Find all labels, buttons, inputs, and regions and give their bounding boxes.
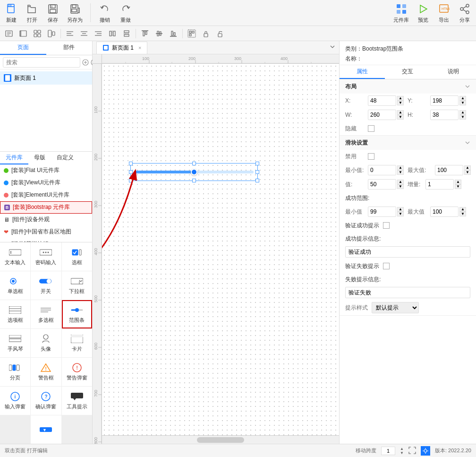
value-up[interactable]: ▲ (397, 180, 404, 184)
handle-br[interactable] (255, 179, 259, 182)
lib-view[interactable]: [套装]ViewUI元件库 (0, 177, 92, 189)
fmt-btn-1[interactable] (3, 28, 15, 39)
share-button[interactable]: 分享 (458, 2, 471, 24)
step-down[interactable]: ▼ (455, 184, 461, 189)
comp-alert[interactable]: ! 警告框 (31, 358, 61, 386)
step-input[interactable] (425, 179, 454, 190)
comp-multicheck[interactable]: 多选框 (31, 300, 61, 328)
handle-tl[interactable] (129, 162, 133, 165)
max-down[interactable]: ▼ (464, 170, 471, 175)
canvas-tab-dropdown[interactable] (330, 44, 335, 51)
search-input[interactable] (3, 57, 80, 68)
lib-device[interactable]: 🖥 [组件]设备外观 (0, 214, 92, 226)
lib-flat[interactable]: [套装]Flat UI元件库 (0, 164, 92, 177)
add-page-button[interactable] (82, 58, 89, 67)
scrollbar-horizontal[interactable] (102, 435, 339, 444)
comp-tooltip[interactable]: 工具提示 (62, 387, 92, 415)
canvas-tab-page[interactable]: 新页面 1 × (96, 42, 147, 54)
max-input[interactable] (435, 165, 463, 175)
x-up[interactable]: ▲ (397, 96, 404, 101)
hidden-checkbox[interactable] (368, 125, 374, 132)
redo-button[interactable]: 重做 (119, 2, 132, 24)
tab-page[interactable]: 页面 (0, 41, 46, 55)
x-down[interactable]: ▼ (397, 101, 404, 105)
fmt-group[interactable] (186, 28, 198, 39)
move-step-up[interactable]: ▲ (400, 447, 404, 451)
slider-thumb[interactable] (191, 169, 197, 175)
fail-prompt-checkbox[interactable] (383, 263, 390, 269)
success-min-down[interactable]: ▼ (397, 212, 404, 216)
export-button[interactable]: HTML 导出 (437, 2, 450, 24)
comp-select[interactable]: 选项框 (0, 300, 30, 328)
comp-lib-button[interactable]: 元件库 (393, 2, 409, 24)
canvas-range-element[interactable] (130, 163, 258, 181)
comp-dropdown[interactable]: 下拉框 (62, 271, 92, 300)
w-up[interactable]: ▲ (397, 110, 404, 115)
fmt-btn-2[interactable] (17, 28, 29, 39)
comp-card[interactable]: 卡片 (62, 329, 92, 357)
layout-section-header[interactable]: 布局 (340, 79, 476, 94)
lib-btn[interactable]: ≡ [组件]花样按钮 (0, 238, 92, 242)
x-input[interactable] (368, 95, 396, 106)
success-max-down[interactable]: ▼ (459, 212, 466, 216)
comp-input-modal[interactable]: i 输入弹窗 (0, 387, 30, 415)
new-button[interactable]: 新建 (5, 2, 18, 24)
y-down[interactable]: ▼ (459, 101, 466, 105)
page-item[interactable]: 新页面 1 (0, 71, 92, 85)
fmt-align-bottom[interactable] (167, 28, 179, 39)
tab-master[interactable]: 母版 (28, 152, 51, 164)
success-msg-input[interactable] (345, 246, 470, 258)
tab-interaction[interactable]: 交互 (385, 65, 430, 79)
fmt-align-top[interactable] (139, 28, 151, 39)
w-input[interactable] (368, 110, 396, 120)
hint-style-select[interactable]: 默认提示 气泡提示 (372, 302, 419, 313)
comp-more[interactable]: ▼ (31, 415, 61, 444)
min-input[interactable] (368, 165, 396, 175)
fmt-btn-4[interactable] (45, 28, 58, 39)
h-input[interactable] (430, 110, 459, 120)
handle-tm[interactable] (192, 162, 196, 165)
canvas-content[interactable]: 100 200 300 400 (93, 54, 339, 444)
comp-range[interactable]: 范围条 (62, 300, 92, 328)
undo-button[interactable]: 撤销 (98, 2, 111, 24)
fmt-unlock[interactable] (214, 28, 226, 39)
tab-component[interactable]: 部件 (46, 41, 93, 55)
lib-element[interactable]: [套装]ElementUI元件库 (0, 189, 92, 201)
w-down[interactable]: ▼ (397, 115, 404, 120)
comp-checkbox2[interactable]: 选框 (62, 242, 92, 271)
open-button[interactable]: 打开 (26, 2, 39, 24)
move-step-input[interactable] (381, 447, 395, 455)
handle-tr[interactable] (255, 162, 259, 165)
saveas-button[interactable]: 另存为 (67, 2, 83, 24)
scrollbar-thumb[interactable] (197, 437, 244, 443)
comp-alert-modal[interactable]: ! 警告弹窗 (62, 358, 92, 386)
comp-password[interactable]: 密码输入 (31, 242, 61, 271)
step-up[interactable]: ▲ (455, 180, 461, 184)
comp-radio[interactable]: 单选框 (0, 271, 30, 300)
fmt-align-vcenter[interactable] (153, 28, 165, 39)
y-input[interactable] (430, 95, 459, 106)
h-down[interactable]: ▼ (459, 115, 466, 120)
success-prompt-checkbox[interactable] (383, 222, 390, 229)
slider-section-header[interactable]: 滑块设置 (340, 136, 476, 150)
fmt-align-left[interactable] (64, 28, 76, 39)
success-max-input[interactable] (430, 207, 459, 217)
fmt-btn-3[interactable] (31, 28, 43, 39)
handle-ml[interactable] (129, 170, 133, 174)
move-step-down[interactable]: ▼ (400, 451, 404, 455)
success-max-up[interactable]: ▲ (459, 207, 466, 212)
success-min-up[interactable]: ▲ (397, 207, 404, 212)
min-up[interactable]: ▲ (397, 165, 404, 170)
fullscreen-button[interactable] (408, 447, 416, 455)
comp-avatar[interactable]: 头像 (31, 329, 61, 357)
comp-confirm-modal[interactable]: ? 确认弹窗 (31, 387, 61, 415)
fail-msg-input[interactable] (345, 287, 470, 298)
success-min-input[interactable] (368, 207, 396, 217)
tab-custom[interactable]: 自定义 (51, 152, 79, 164)
tab-comp-lib[interactable]: 元件库 (0, 152, 28, 164)
handle-mr[interactable] (255, 170, 259, 174)
preview-button[interactable]: 预览 (416, 2, 430, 24)
fmt-lock[interactable] (200, 28, 212, 39)
lib-bootstrap[interactable]: B [套装]Bootstrap 元件库 (0, 201, 92, 214)
value-down[interactable]: ▼ (397, 184, 404, 189)
